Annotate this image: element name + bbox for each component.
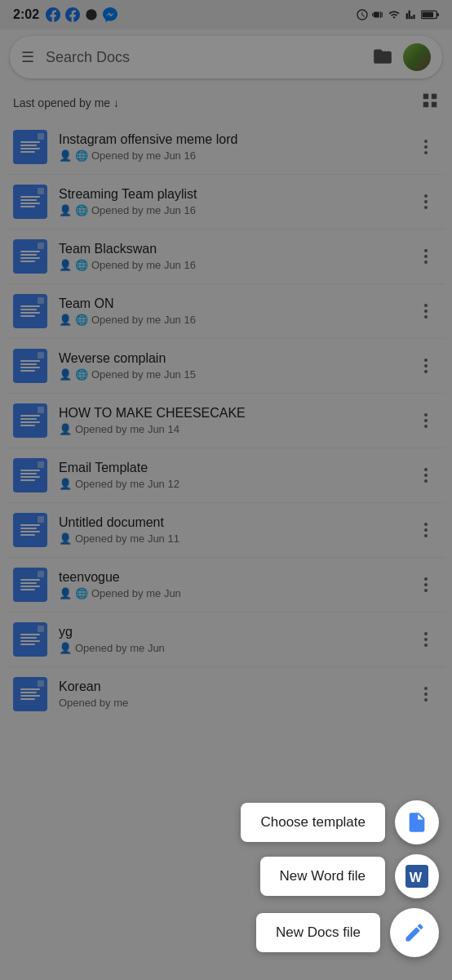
svg-text:W: W <box>410 870 423 884</box>
new-docs-file-item[interactable]: New Docs file <box>256 908 439 957</box>
new-word-file-label[interactable]: New Word file <box>260 857 386 896</box>
choose-template-item[interactable]: Choose template <box>241 800 439 844</box>
new-word-file-button[interactable]: W <box>395 854 439 898</box>
new-docs-file-label[interactable]: New Docs file <box>256 913 380 952</box>
new-docs-file-button[interactable] <box>390 908 439 957</box>
choose-template-label[interactable]: Choose template <box>241 803 385 842</box>
fab-menu: Choose template New Word file W New Docs… <box>241 800 439 957</box>
new-word-file-item[interactable]: New Word file W <box>260 854 440 898</box>
choose-template-button[interactable] <box>395 800 439 844</box>
